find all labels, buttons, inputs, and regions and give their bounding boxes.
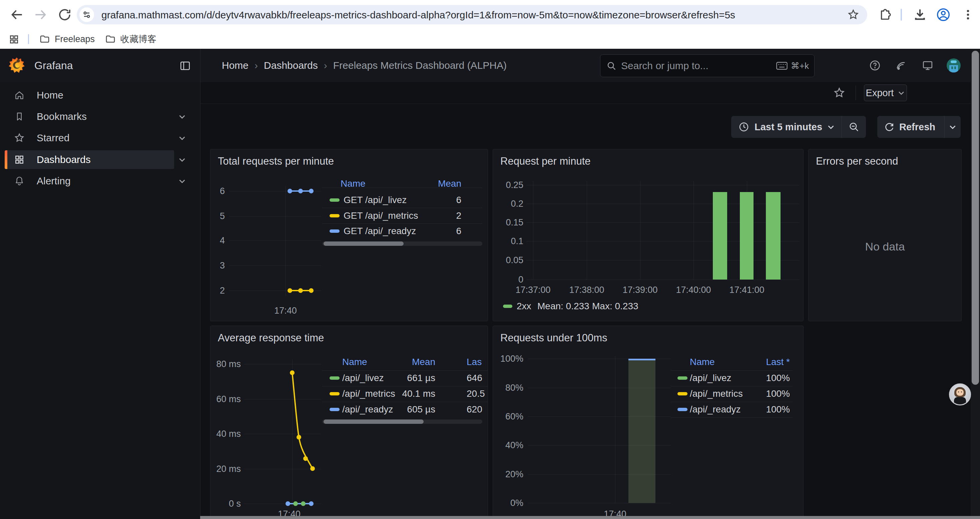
legend-mean: Mean: 0.233 (538, 301, 589, 311)
gridline (229, 216, 321, 216)
zoom-out-icon[interactable] (848, 121, 859, 133)
legend-series-name[interactable]: /api/_livez (690, 373, 732, 383)
legend-series-name[interactable]: GET /api/_livez (344, 195, 407, 205)
site-settings-icon[interactable] (80, 7, 94, 22)
active-indicator (5, 150, 7, 169)
x-tick: 17:39:00 (617, 285, 663, 295)
legend-series-name[interactable]: /api/_readyz (690, 404, 741, 414)
legend-col-mean[interactable]: Mean (412, 357, 435, 367)
legend-separator (671, 417, 792, 418)
page-scrollbar[interactable] (970, 49, 980, 519)
chevron-down-icon[interactable] (178, 134, 186, 142)
panel-title[interactable]: Request per minute (500, 155, 591, 167)
chevron-down-icon[interactable] (827, 123, 835, 131)
group-divider (842, 116, 842, 138)
chevron-down-icon[interactable] (178, 113, 186, 121)
browser-menu-icon[interactable] (961, 7, 975, 22)
legend-col-last[interactable]: Last * (766, 357, 790, 367)
gridline (527, 241, 799, 241)
favorite-star-icon[interactable] (833, 87, 845, 99)
bookmark-star-icon[interactable] (847, 9, 859, 21)
legend-series-name[interactable]: GET /api/_readyz (344, 226, 416, 236)
legend-series-name[interactable]: /api/_metrics (690, 389, 743, 399)
grafana-nav-left: Grafana (0, 49, 200, 82)
legend-col-last[interactable]: Las (467, 357, 482, 367)
y-tick: 0.25 (493, 180, 523, 190)
breadcrumb-separator: › (255, 60, 258, 71)
refresh-interval-chevron-icon[interactable] (945, 123, 961, 131)
bar-2xx (766, 192, 781, 279)
series-pill-green (678, 376, 687, 380)
grafana-app: Grafana Home › Dashboards › Freeleaps Me… (0, 49, 980, 519)
extensions-icon[interactable] (877, 7, 892, 22)
legend-value: 661 µs (407, 373, 435, 383)
grafana-logo-icon[interactable] (8, 57, 25, 74)
legend-col-name[interactable]: Name (340, 179, 366, 189)
sidebar-item-label: Alerting (37, 175, 71, 187)
y-tick: 100% (493, 354, 523, 364)
panel-title[interactable]: Total requests per minute (218, 155, 334, 167)
sidebar-item-bookmarks[interactable]: Bookmarks (5, 107, 174, 126)
url-bar[interactable]: grafana.mathmast.com/d/deytv4rwavabkb/fr… (77, 5, 867, 24)
search-input[interactable]: Search or jump to... ⌘+k (600, 54, 815, 77)
legend-separator (671, 402, 792, 402)
legend-series-name[interactable]: GET /api/_metrics (344, 211, 418, 221)
sidebar-item-home[interactable]: Home (5, 86, 174, 105)
rss-icon[interactable] (895, 60, 907, 71)
legend-scrollbar-thumb[interactable] (323, 241, 404, 246)
sidebar-item-dashboards[interactable]: Dashboards (5, 150, 174, 169)
bookmark-folder-freeleaps[interactable]: Freeleaps (39, 33, 95, 45)
sidebar-item-label: Home (37, 89, 64, 101)
sidebar-item-alerting[interactable]: Alerting (5, 172, 174, 190)
back-icon[interactable] (10, 7, 24, 22)
download-icon[interactable] (913, 7, 927, 22)
legend-series-name[interactable]: 2xx (517, 301, 531, 311)
help-icon[interactable] (869, 60, 881, 71)
legend-scrollbar-thumb[interactable] (323, 420, 424, 424)
legend-table: Name Mean Las /api/_livez 661 µs 646 /ap… (322, 326, 488, 519)
sidebar-item-starred[interactable]: Starred (5, 129, 174, 147)
profile-icon[interactable] (936, 7, 951, 22)
legend-col-name[interactable]: Name (342, 357, 367, 367)
monitor-icon[interactable] (922, 60, 933, 71)
refresh-group: Refresh (877, 116, 961, 138)
series-pill-yellow (678, 392, 687, 395)
assistant-avatar[interactable] (949, 383, 971, 406)
refresh-button[interactable]: Refresh (899, 121, 935, 133)
legend-series-name[interactable]: /api/_metrics (342, 389, 395, 399)
legend-col-name[interactable]: Name (690, 357, 715, 367)
url-text[interactable]: grafana.mathmast.com/d/deytv4rwavabkb/fr… (102, 10, 735, 21)
data-point (288, 288, 292, 293)
breadcrumb-home[interactable]: Home (222, 60, 248, 71)
bookmark-folder-blogs[interactable]: 收藏博客 (105, 33, 156, 45)
chevron-down-icon[interactable] (178, 177, 186, 185)
panel-title[interactable]: Requests under 100ms (500, 332, 608, 344)
legend-scrollbar[interactable] (322, 420, 482, 424)
no-data-message: No data (808, 240, 961, 253)
folder-icon (39, 34, 50, 45)
legend-col-mean[interactable]: Mean (438, 179, 461, 189)
bookmark-label: 收藏博客 (121, 33, 156, 45)
reload-icon[interactable] (57, 7, 72, 22)
panel-title[interactable]: Errors per second (816, 155, 898, 167)
breadcrumb-dashboards[interactable]: Dashboards (264, 60, 318, 71)
chevron-down-icon[interactable] (178, 156, 186, 164)
panel-title[interactable]: Average response time (218, 332, 324, 344)
forward-icon[interactable] (33, 7, 48, 22)
time-range-picker[interactable]: Last 5 minutes (754, 121, 822, 133)
export-button[interactable]: Export (864, 85, 907, 101)
legend-value: 6 (456, 226, 461, 236)
search-placeholder: Search or jump to... (621, 60, 708, 72)
y-tick: 20% (493, 469, 523, 479)
user-avatar[interactable] (947, 58, 961, 72)
y-tick: 3 (210, 260, 225, 270)
sidebar-toggle-icon[interactable] (180, 60, 191, 72)
y-tick: 0 s (210, 498, 241, 509)
legend-series-name[interactable]: /api/_readyz (342, 404, 393, 414)
legend-scrollbar[interactable] (322, 241, 482, 246)
legend-series-name[interactable]: /api/_livez (342, 373, 384, 383)
legend-value: 100% (766, 373, 790, 383)
page-scrollbar-thumb[interactable] (972, 51, 979, 385)
horizontal-scrollbar[interactable] (200, 516, 980, 519)
apps-grid-icon[interactable] (9, 34, 19, 45)
